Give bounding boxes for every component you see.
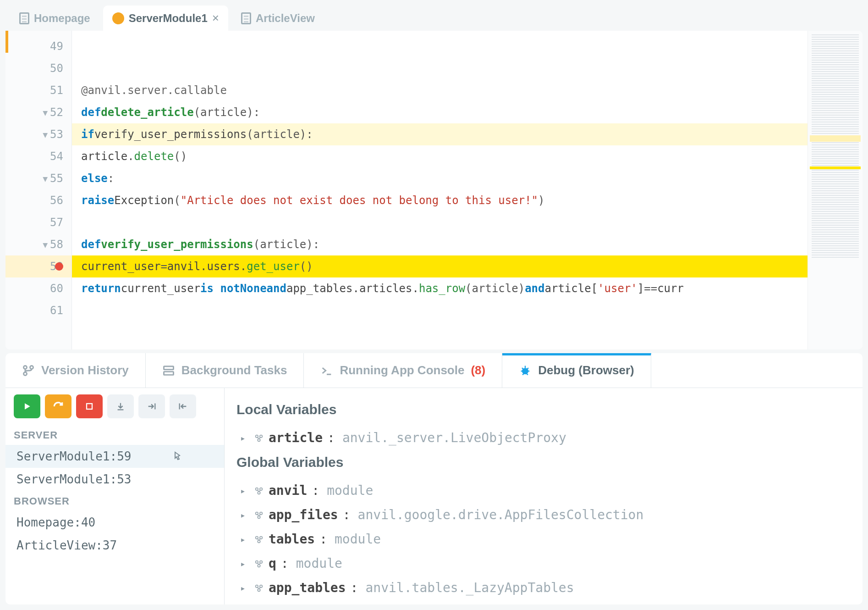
gutter-line[interactable]: 55▼ [5, 167, 71, 189]
callstack-item[interactable]: ArticleView:37 [5, 534, 224, 557]
svg-rect-6 [87, 404, 92, 409]
gutter-line[interactable]: 57 [5, 211, 71, 233]
tasks-icon [162, 364, 175, 377]
code-line[interactable]: return current_user is not None and app_… [72, 277, 808, 299]
callstack-label: Homepage:40 [16, 516, 95, 529]
variable-row[interactable]: ▸anvil:module [236, 478, 851, 503]
gutter-line[interactable]: 58▼ [5, 233, 71, 255]
expand-chevron-icon[interactable]: ▸ [240, 433, 249, 444]
expand-chevron-icon[interactable]: ▸ [240, 582, 249, 593]
bottom-panel-tabs: Version History Background Tasks Running… [5, 353, 863, 388]
gutter-line[interactable]: 54 [5, 145, 71, 167]
tab-version-history[interactable]: Version History [5, 353, 146, 388]
variable-type: anvil._server.LiveObjectProxy [342, 430, 566, 445]
gutter-line[interactable]: 50 [5, 57, 71, 79]
code-line[interactable] [72, 35, 808, 57]
variable-type: module [327, 483, 373, 498]
expand-chevron-icon[interactable]: ▸ [240, 510, 249, 521]
console-icon [320, 364, 333, 377]
svg-point-15 [258, 516, 260, 518]
code-line[interactable]: current_user = anvil.users.get_user() [72, 255, 808, 277]
variable-row[interactable]: ▸app_tables:anvil.tables._LazyAppTables [236, 576, 851, 600]
gutter-line[interactable]: 51 [5, 79, 71, 101]
callstack-item[interactable]: ServerModule1:53 [5, 468, 224, 491]
gutter-line[interactable]: 61 [5, 299, 71, 322]
callstack-item[interactable]: Homepage:40 [5, 511, 224, 534]
close-icon[interactable]: × [212, 11, 219, 25]
variable-type: anvil.tables._LazyAppTables [365, 580, 574, 595]
code-line[interactable]: article.delete() [72, 145, 808, 167]
global-variables-title: Global Variables [236, 455, 851, 470]
variables-pane[interactable]: Local Variables ▸article:anvil._server.L… [225, 388, 863, 604]
code-line[interactable]: raise Exception("Article does not exist … [72, 189, 808, 211]
code-line[interactable] [72, 299, 808, 322]
svg-rect-3 [164, 366, 173, 369]
fold-chevron-icon[interactable]: ▼ [43, 130, 48, 139]
svg-point-18 [258, 540, 260, 543]
svg-point-0 [24, 366, 27, 369]
tab-servermodule1[interactable]: ServerModule1 × [103, 6, 228, 31]
step-in-button[interactable] [138, 394, 165, 418]
expand-chevron-icon[interactable]: ▸ [240, 558, 249, 569]
code-editor[interactable]: 49505152▼53▼5455▼565758▼596061 @anvil.se… [5, 31, 863, 349]
step-over-button[interactable] [45, 394, 71, 418]
variable-row[interactable]: ▸q:module [236, 551, 851, 576]
code-line[interactable]: def verify_user_permissions(article): [72, 233, 808, 255]
svg-point-21 [258, 564, 260, 567]
callstack-browser-header: BROWSER [5, 491, 224, 511]
continue-button[interactable] [14, 394, 40, 418]
tab-articleview[interactable]: ArticleView [232, 6, 324, 31]
tab-background-tasks[interactable]: Background Tasks [146, 353, 304, 388]
fold-chevron-icon[interactable]: ▼ [43, 108, 48, 117]
svg-point-12 [258, 491, 260, 494]
gutter-line[interactable]: 49 [5, 35, 71, 57]
variable-row[interactable]: ▸app_files:anvil.google.drive.AppFilesCo… [236, 503, 851, 527]
variable-row[interactable]: ▸article:anvil._server.LiveObjectProxy [236, 426, 851, 450]
page-icon [19, 12, 29, 24]
code-line[interactable]: def delete_article(article): [72, 101, 808, 123]
callstack-item[interactable]: ServerModule1:59 [5, 445, 224, 468]
stop-button[interactable] [76, 394, 103, 418]
variable-name: article [269, 430, 323, 445]
fold-chevron-icon[interactable]: ▼ [43, 240, 48, 250]
gutter-line[interactable]: 60 [5, 277, 71, 299]
code-line[interactable] [72, 57, 808, 79]
tab-debug-browser[interactable]: Debug (Browser) [502, 353, 651, 388]
gutter-line[interactable]: 52▼ [5, 101, 71, 123]
local-variables-title: Local Variables [236, 402, 851, 417]
server-icon [112, 12, 124, 24]
fold-chevron-icon[interactable]: ▼ [43, 174, 48, 183]
code-pane[interactable]: @anvil.server.callabledef delete_article… [72, 31, 808, 349]
tab-label: Homepage [34, 12, 90, 25]
gutter-line[interactable]: 59 [5, 255, 71, 277]
variable-row[interactable]: ▸tables:module [236, 527, 851, 551]
step-into-button[interactable] [107, 394, 134, 418]
variable-type: module [335, 532, 381, 547]
code-line[interactable]: @anvil.server.callable [72, 79, 808, 101]
variable-name: tables [269, 532, 315, 547]
tab-homepage[interactable]: Homepage [10, 6, 99, 31]
step-out-button[interactable] [170, 394, 196, 418]
object-icon [254, 510, 264, 520]
expand-chevron-icon[interactable]: ▸ [240, 534, 249, 545]
minimap[interactable] [808, 31, 863, 349]
svg-rect-4 [164, 372, 173, 375]
callstack-label: ArticleView:37 [16, 538, 117, 552]
breakpoint-icon[interactable] [55, 262, 63, 271]
code-line[interactable]: if verify_user_permissions(article): [72, 123, 808, 145]
object-icon [254, 433, 264, 443]
gutter-line[interactable]: 53▼ [5, 123, 71, 145]
code-line[interactable]: else: [72, 167, 808, 189]
cursor-icon [172, 451, 183, 462]
call-stack: SERVER ServerModule1:59 ServerModule1:53… [5, 425, 224, 604]
svg-point-9 [258, 438, 260, 441]
gutter-line[interactable]: 56 [5, 189, 71, 211]
svg-point-2 [30, 366, 33, 369]
expand-chevron-icon[interactable]: ▸ [240, 485, 249, 496]
variable-name: q [269, 556, 276, 571]
callstack-label: ServerModule1:59 [16, 449, 131, 463]
object-icon [254, 486, 264, 496]
btab-label: Version History [41, 363, 129, 377]
code-line[interactable] [72, 211, 808, 233]
tab-running-app-console[interactable]: Running App Console (8) [304, 353, 502, 388]
